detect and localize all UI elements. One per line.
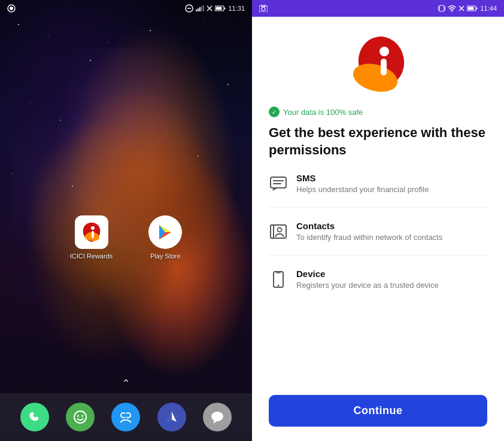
left-time: 11:31	[228, 5, 245, 12]
no-signal-icon	[207, 5, 212, 11]
icici-rewards-label: ICICI Rewards	[70, 253, 113, 260]
svg-rect-4	[196, 10, 197, 11]
device-icon	[269, 270, 288, 289]
icici-logo-small	[80, 220, 104, 244]
svg-rect-8	[203, 5, 204, 11]
sms-svg-icon	[270, 177, 287, 191]
bubble-icon	[210, 409, 225, 425]
left-screen: 11:31 ICICI Rewards	[0, 0, 252, 441]
right-status-left	[259, 5, 268, 12]
playstore-label: Play Store	[150, 253, 181, 260]
contacts-permission: Contacts To identify fraud within networ…	[269, 221, 487, 242]
face-icon	[72, 409, 88, 425]
svg-rect-5	[198, 8, 199, 11]
vibrate-icon	[438, 4, 445, 13]
status-left	[7, 4, 16, 13]
status-right: 11:31	[185, 4, 245, 13]
svg-rect-6	[199, 7, 201, 11]
dock-bubble[interactable]	[203, 403, 232, 431]
record-icon	[7, 4, 16, 13]
continue-button[interactable]: Continue	[269, 395, 487, 427]
status-bar-right: 11:44	[252, 0, 504, 17]
contacts-text: Contacts To identify fraud within networ…	[296, 221, 442, 242]
svg-rect-40	[476, 8, 478, 10]
svg-point-22	[81, 415, 83, 417]
wifi-icon	[448, 5, 456, 12]
divider-2	[269, 255, 487, 256]
sms-title: SMS	[296, 173, 429, 183]
contacts-svg-icon	[270, 224, 287, 239]
battery-icon	[215, 5, 226, 11]
svg-rect-45	[381, 59, 387, 75]
icici-icon	[75, 215, 108, 249]
main-heading: Get the best experience with these permi…	[269, 124, 487, 159]
photo-icon	[259, 5, 268, 12]
playstore-logo	[156, 223, 175, 242]
contacts-icon	[269, 222, 288, 241]
nav-icon	[165, 410, 179, 424]
svg-point-14	[91, 226, 95, 230]
svg-rect-41	[468, 7, 474, 10]
svg-point-21	[77, 415, 79, 417]
svg-rect-15	[92, 231, 94, 238]
dock-phone[interactable]	[20, 403, 49, 431]
icici-rewards-app[interactable]: ICICI Rewards	[70, 215, 113, 260]
safety-badge: ✓ Your data is 100% safe	[269, 107, 487, 117]
chevron-up-icon[interactable]: ⌃	[122, 377, 130, 390]
home-icons: ICICI Rewards Play Store	[0, 215, 252, 260]
sms-icon	[269, 174, 288, 193]
dnd-icon	[185, 4, 193, 13]
svg-point-25	[124, 413, 127, 417]
dock	[0, 393, 252, 441]
svg-rect-33	[439, 5, 444, 11]
svg-point-36	[451, 11, 453, 12]
device-description: Registers your device as a trusted devic…	[296, 281, 439, 290]
svg-point-20	[74, 411, 86, 423]
right-time: 11:44	[480, 5, 497, 12]
phone-icon	[28, 410, 42, 424]
svg-point-54	[278, 285, 280, 287]
svg-point-52	[278, 228, 282, 232]
dock-collab[interactable]	[111, 403, 140, 431]
svg-point-1	[10, 7, 13, 10]
svg-point-28	[211, 412, 223, 421]
svg-rect-7	[201, 6, 202, 11]
playstore-app[interactable]: Play Store	[148, 215, 182, 260]
right-battery-icon	[467, 5, 478, 11]
no-sim-icon	[459, 5, 464, 11]
sms-description: Helps understand your financial profile	[296, 185, 429, 194]
device-title: Device	[296, 269, 439, 279]
svg-rect-12	[224, 8, 226, 10]
right-screen: 11:44 ✓ Your data is 100% safe Get the b…	[252, 0, 504, 441]
dock-face[interactable]	[66, 403, 95, 431]
svg-rect-13	[216, 7, 222, 10]
device-text: Device Registers your device as a truste…	[296, 269, 439, 290]
svg-rect-46	[271, 177, 286, 188]
sms-permission: SMS Helps understand your financial prof…	[269, 173, 487, 194]
svg-point-31	[262, 7, 265, 11]
signal-icon	[196, 5, 204, 11]
contacts-description: To identify fraud within network of cont…	[296, 233, 442, 242]
svg-marker-27	[167, 412, 172, 422]
svg-marker-29	[213, 420, 218, 424]
dock-nav[interactable]	[157, 403, 186, 431]
status-bar-left: 11:31	[0, 0, 252, 17]
device-permission: Device Registers your device as a truste…	[269, 269, 487, 290]
playstore-icon	[148, 215, 182, 249]
app-content: ✓ Your data is 100% safe Get the best ex…	[252, 17, 504, 441]
contacts-title: Contacts	[296, 221, 442, 231]
icici-main-logo	[348, 35, 408, 95]
collab-icon	[118, 409, 133, 425]
device-svg-icon	[273, 271, 284, 288]
sms-text: SMS Helps understand your financial prof…	[296, 173, 429, 194]
svg-point-44	[379, 47, 389, 56]
divider-1	[269, 207, 487, 208]
safety-check-icon: ✓	[269, 107, 280, 117]
logo-container	[269, 35, 487, 95]
safety-text: Your data is 100% safe	[283, 108, 363, 117]
right-status-right: 11:44	[438, 4, 497, 13]
